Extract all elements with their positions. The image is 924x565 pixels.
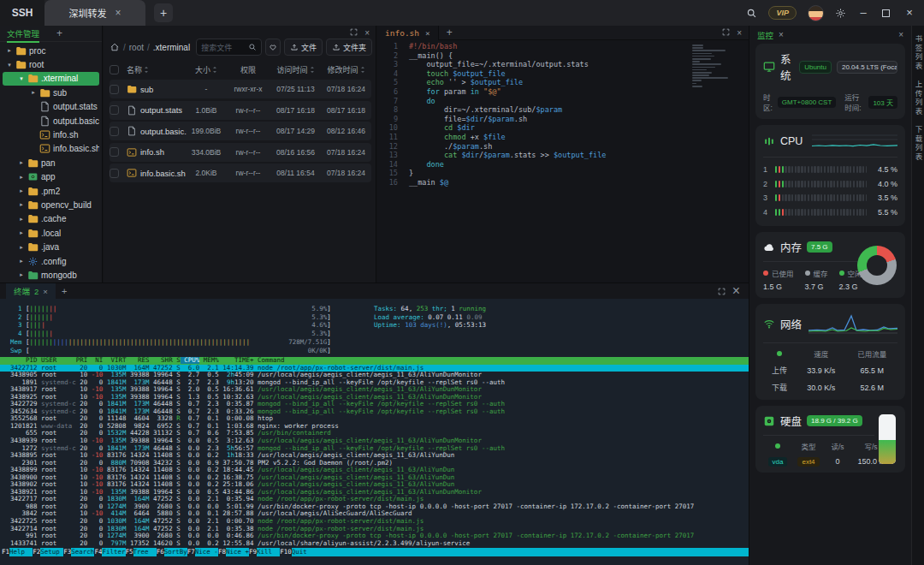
tab-close-icon[interactable]: × — [115, 7, 121, 19]
row-checkbox[interactable] — [110, 147, 119, 157]
fkey-label[interactable]: Search — [71, 548, 94, 556]
vip-badge[interactable]: VIP — [768, 6, 797, 20]
upload-folder-button[interactable]: 文件夹 — [326, 39, 372, 56]
select-all-checkbox[interactable] — [110, 65, 119, 74]
tree-item-pan[interactable]: ▸pan — [3, 156, 99, 170]
row-checkbox[interactable] — [110, 85, 119, 94]
file-row-output.basic.s[interactable]: output.basic.s199.0BiBrw-r--r--08/17 14:… — [110, 122, 371, 140]
search-icon[interactable] — [746, 8, 757, 19]
tab-file-manager[interactable]: 文件管理 — [7, 27, 39, 39]
column-size[interactable]: 大小 — [187, 64, 226, 75]
close-panel-icon[interactable]: × — [364, 28, 370, 38]
fkey-label[interactable]: Kill — [257, 548, 280, 556]
tab-close-icon[interactable]: × — [425, 28, 430, 38]
row-checkbox[interactable] — [110, 105, 119, 115]
tree-item-opencv_build[interactable]: ▸opencv_build — [3, 198, 99, 211]
row-checkbox[interactable] — [110, 127, 119, 136]
chevron-right-icon[interactable]: ▸ — [18, 258, 25, 265]
expand-panel-icon[interactable] — [718, 283, 726, 299]
htop-screen[interactable]: 1 [||||||| 5.9%] 2 [|||||| 5.3%] 3 [|||| — [0, 299, 749, 565]
fkey-F6[interactable]: F6 — [157, 548, 164, 556]
tree-item-app[interactable]: ▸app — [3, 170, 99, 184]
fkey-label[interactable]: Quit — [292, 548, 749, 556]
expand-panel-icon[interactable] — [350, 28, 358, 38]
fkey-label[interactable]: SortBy — [164, 548, 187, 556]
tree-item-.java[interactable]: ▸.java — [3, 240, 99, 253]
file-row-output.stats[interactable]: output.stats1.0BiBrw-r--r--08/17 16:1808… — [110, 101, 371, 120]
tree-item-proc[interactable]: ▸proc — [3, 44, 99, 57]
column-modify-time[interactable]: 修改时间 — [321, 64, 371, 75]
file-row-sub[interactable]: sub-rwxr-xr-x07/25 11:1307/18 16:24 — [110, 80, 371, 98]
upload-file-button[interactable]: 文件 — [284, 39, 323, 56]
session-tab[interactable]: 深圳转发 × — [44, 0, 145, 26]
breadcrumb-root[interactable]: root — [129, 43, 144, 52]
tab-close-icon[interactable]: × — [779, 30, 784, 39]
rail-tab-uploads[interactable]: 上传列表 — [913, 80, 923, 116]
search-files-input[interactable]: 搜索文件 — [196, 39, 262, 56]
function-key-bar[interactable]: F1Help F2Setup F3SearchF4FilterF5Tree F6… — [0, 548, 749, 556]
file-row-info.sh[interactable]: info.sh334.0BiBrw-r--r--08/16 16:5607/18… — [110, 143, 371, 162]
tree-item-.pm2[interactable]: ▸.pm2 — [3, 184, 99, 198]
chevron-down-icon[interactable]: ▾ — [18, 75, 25, 82]
tree-item-info.basic.sh[interactable]: info.basic.sh — [3, 142, 99, 156]
tree-item-sub[interactable]: ▸sub — [3, 86, 99, 99]
fkey-label[interactable]: Tree — [133, 548, 157, 556]
rail-tab-downloads[interactable]: 下载列表 — [913, 126, 923, 162]
chevron-right-icon[interactable]: ▸ — [18, 271, 25, 278]
chevron-right-icon[interactable]: ▸ — [30, 89, 37, 96]
column-permissions[interactable]: 权限 — [226, 64, 270, 75]
close-panel-icon[interactable]: × — [737, 28, 742, 38]
fkey-F5[interactable]: F5 — [126, 548, 133, 556]
avatar[interactable] — [808, 5, 824, 21]
new-terminal-button[interactable]: + — [62, 286, 67, 296]
chevron-right-icon[interactable]: ▸ — [18, 229, 25, 236]
new-session-tab-button[interactable]: + — [154, 3, 173, 22]
chevron-right-icon[interactable]: ▸ — [18, 216, 25, 223]
fkey-F3[interactable]: F3 — [63, 548, 71, 556]
close-button[interactable]: × — [903, 0, 915, 26]
terminal-tab[interactable]: 终端 2 × — [6, 283, 56, 299]
tree-item-mongodb[interactable]: ▸mongodb — [3, 268, 99, 282]
tree-item-.cache[interactable]: ▸.cache — [3, 212, 99, 226]
tree-item-.local[interactable]: ▸.local — [3, 226, 99, 240]
tree-item-.xterminal[interactable]: ▾.xterminal — [3, 72, 99, 86]
fkey-F7[interactable]: F7 — [187, 548, 195, 556]
fkey-F8[interactable]: F8 — [218, 548, 226, 556]
fkey-F2[interactable]: F2 — [33, 548, 40, 556]
close-panel-icon[interactable]: × — [898, 30, 903, 39]
chevron-right-icon[interactable]: ▸ — [18, 187, 25, 194]
file-row-info.basic.sh[interactable]: info.basic.sh2.0KiBrw-r--r--08/11 16:540… — [110, 164, 371, 182]
chevron-right-icon[interactable]: ▸ — [18, 244, 25, 251]
minimap[interactable] — [692, 45, 733, 88]
chevron-right-icon[interactable]: ▸ — [18, 174, 25, 181]
fkey-label[interactable]: Nice - — [195, 548, 218, 556]
tree-item-.config[interactable]: ▸.config — [3, 254, 99, 268]
fkey-F9[interactable]: F9 — [249, 548, 257, 556]
fkey-F4[interactable]: F4 — [94, 548, 102, 556]
fkey-label[interactable]: Setup — [40, 548, 63, 556]
chevron-down-icon[interactable]: ▾ — [6, 62, 13, 68]
maximize-button[interactable] — [880, 9, 892, 17]
tree-item-output.stats[interactable]: output.stats — [3, 100, 99, 114]
tab-monitor[interactable]: 监控× — [757, 29, 784, 41]
rail-tab-bookmarks[interactable]: 书签列表 — [913, 35, 923, 71]
fkey-label[interactable]: Nice + — [226, 548, 249, 556]
code-area[interactable]: 1#!/bin/bash2__main() {3 output_file=~/.… — [377, 40, 749, 282]
settings-gear-icon[interactable] — [835, 8, 846, 19]
chevron-right-icon[interactable]: ▸ — [6, 47, 13, 54]
new-editor-tab-button[interactable]: + — [447, 27, 453, 39]
row-checkbox[interactable] — [110, 169, 119, 178]
close-panel-icon[interactable]: × — [732, 283, 740, 299]
chevron-right-icon[interactable]: ▸ — [18, 159, 25, 166]
column-name[interactable]: 名称 — [127, 64, 187, 75]
tree-item-output.basic.s[interactable]: output.basic.s — [3, 114, 99, 128]
process-table-header[interactable]: PID USER PRI NI VIRT RES SHR S CPU% MEM%… — [0, 357, 749, 365]
tab-close-icon[interactable]: × — [43, 287, 48, 296]
fkey-label[interactable]: Filter — [102, 548, 125, 556]
column-access-time[interactable]: 访问时间 — [270, 64, 321, 75]
favorites-button[interactable] — [265, 39, 281, 56]
tree-item-info.sh[interactable]: info.sh — [3, 128, 99, 141]
fkey-F10[interactable]: F10 — [280, 548, 292, 556]
editor-tab-info-sh[interactable]: info.sh × — [377, 26, 439, 40]
fkey-F1[interactable]: F1 — [2, 548, 9, 556]
